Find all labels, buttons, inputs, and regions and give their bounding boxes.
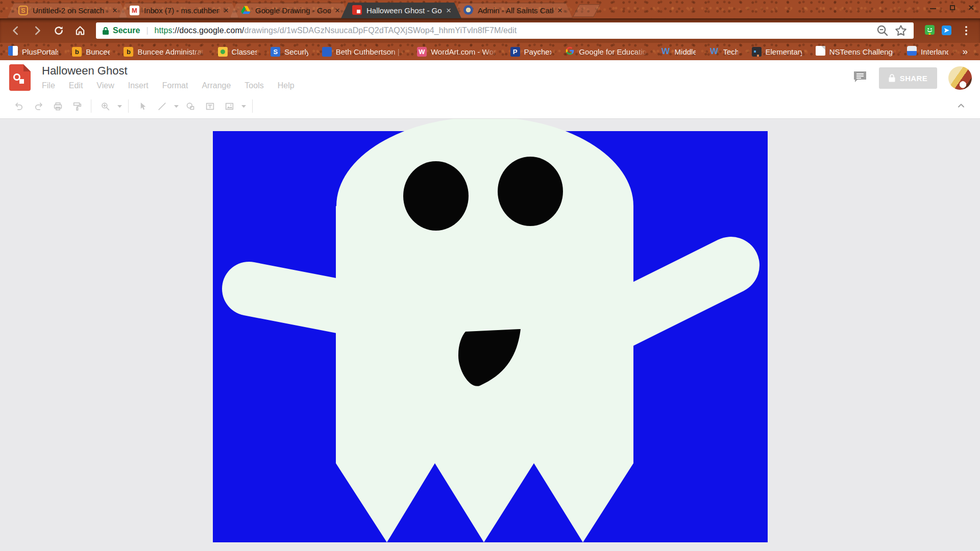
share-button[interactable]: SHARE: [879, 67, 937, 89]
select-icon[interactable]: [134, 97, 151, 115]
browser-tab[interactable]: MInbox (7) - ms.cuthberts×: [118, 3, 239, 18]
bookmark-item[interactable]: WWordArt.com - Word: [417, 47, 497, 57]
close-tab-icon[interactable]: ×: [446, 6, 451, 15]
bookmark-item[interactable]: Elementary: [752, 47, 802, 57]
omnibox-divider: |: [146, 26, 148, 35]
bookmarks-overflow-chevron[interactable]: »: [962, 46, 972, 57]
menu-help[interactable]: Help: [278, 81, 295, 90]
bookmark-label: Middle: [675, 47, 696, 56]
bookmark-item[interactable]: WTech: [709, 47, 738, 57]
bookmark-item[interactable]: NSTeens Challenge: [816, 46, 893, 57]
bookmark-star-icon[interactable]: [894, 24, 908, 37]
share-lock-icon: [889, 74, 895, 82]
close-tab-icon[interactable]: ×: [112, 6, 117, 15]
header-right: SHARE: [852, 66, 972, 90]
bookmark-item[interactable]: bBuncee: [72, 47, 110, 57]
menu-format[interactable]: Format: [162, 81, 188, 90]
tab-title: Admin - All Saints Catho: [478, 6, 553, 15]
drawing-workspace[interactable]: [0, 119, 980, 551]
undo-icon[interactable]: [10, 97, 28, 115]
drawings-icon: [352, 5, 362, 16]
browser-menu-icon[interactable]: [960, 24, 973, 37]
ghost-head-shape[interactable]: [336, 119, 633, 295]
bookmark-label: Beth Cuthbertson | C: [336, 47, 403, 56]
bookmark-item[interactable]: Beth Cuthbertson | C: [322, 47, 403, 57]
caret-down-icon[interactable]: [116, 97, 123, 115]
line-icon[interactable]: [153, 97, 170, 115]
toolbar-separator: [128, 99, 129, 113]
comment-icon[interactable]: [852, 70, 868, 86]
window-controls: ×: [929, 4, 974, 11]
url-text[interactable]: https://docs.google.com/drawings/d/1wSDA…: [155, 26, 871, 35]
bookmark-label: NSTeens Challenge: [829, 47, 893, 56]
paychex-icon: P: [510, 47, 520, 57]
browser-tab[interactable]: Admin - All Saints Catho×: [452, 3, 573, 18]
text-box-icon[interactable]: [201, 97, 218, 115]
menu-tools[interactable]: Tools: [244, 81, 263, 90]
zoom-level-icon[interactable]: [876, 24, 889, 37]
bookmark-item[interactable]: Interland: [907, 46, 948, 57]
bookmark-item[interactable]: PlusPortals: [8, 46, 58, 57]
print-icon[interactable]: [49, 97, 66, 115]
reload-button[interactable]: [50, 22, 67, 39]
close-tab-icon[interactable]: ×: [335, 6, 340, 15]
bookmark-item[interactable]: bBuncee Administrato: [124, 47, 204, 57]
drawing-canvas[interactable]: [0, 119, 980, 551]
zoom-icon[interactable]: [96, 97, 114, 115]
forward-button[interactable]: [29, 22, 46, 39]
bookmark-label: Paychex: [524, 47, 552, 56]
image-icon[interactable]: [220, 97, 238, 115]
window-close-icon[interactable]: ×: [968, 5, 974, 11]
menu-file[interactable]: File: [42, 81, 55, 90]
shape-icon[interactable]: [182, 97, 199, 115]
gmail-icon: M: [130, 6, 139, 15]
bookmarks-bar: PlusPortalsbBunceebBuncee AdministratoCl…: [0, 43, 980, 60]
bookmark-item[interactable]: WMiddle: [661, 47, 696, 57]
tab-title: Halloween Ghost - Googl: [366, 6, 442, 15]
account-avatar[interactable]: [948, 66, 972, 90]
bitmoji-extension-icon[interactable]: [925, 25, 935, 37]
menu-edit[interactable]: Edit: [69, 81, 83, 90]
ghost-right-eye-shape[interactable]: [498, 157, 563, 226]
close-tab-icon[interactable]: ×: [224, 6, 229, 15]
title-block: Halloween Ghost FileEditViewInsertFormat…: [42, 60, 295, 94]
window-restore-icon[interactable]: [949, 4, 956, 11]
home-button[interactable]: [71, 22, 89, 39]
new-tab-button[interactable]: [572, 4, 601, 17]
bookmark-item[interactable]: SSecurly: [271, 47, 308, 57]
bookmark-item[interactable]: PPaychex: [510, 47, 552, 57]
tab-title: Google Drawing - Google: [255, 6, 331, 15]
browser-tab[interactable]: SUntitled-2 on Scratch×: [7, 3, 128, 18]
securly-icon: S: [271, 47, 280, 57]
collapse-menus-chevron[interactable]: [957, 101, 966, 112]
window-minimize-icon[interactable]: [929, 4, 937, 11]
caret-down-icon[interactable]: [173, 97, 180, 115]
bookmark-label: Securly: [284, 47, 308, 56]
share-label: SHARE: [900, 74, 928, 83]
bookmark-item[interactable]: Classes: [218, 47, 257, 57]
secure-chip[interactable]: Secure: [102, 26, 140, 35]
tab-strip: SUntitled-2 on Scratch×MInbox (7) - ms.c…: [0, 0, 980, 18]
menu-view[interactable]: View: [96, 81, 114, 90]
toolbar-separator: [252, 99, 253, 113]
ghost-left-eye-shape[interactable]: [403, 161, 469, 231]
bookmark-label: Classes: [232, 47, 257, 56]
bookmark-label: Buncee: [86, 47, 110, 56]
google-drawings-logo-icon[interactable]: [9, 64, 31, 91]
bookmark-item[interactable]: Google for Education: [565, 46, 647, 57]
browser-tab[interactable]: Halloween Ghost - Googl×: [341, 3, 461, 18]
caret-down-icon[interactable]: [240, 97, 247, 115]
address-bar[interactable]: Secure | https://docs.google.com/drawing…: [96, 22, 914, 39]
back-button[interactable]: [7, 22, 24, 39]
menu-insert[interactable]: Insert: [128, 81, 149, 90]
redo-icon[interactable]: [30, 97, 47, 115]
close-tab-icon[interactable]: ×: [557, 6, 562, 15]
classes-icon: [218, 47, 228, 57]
send-extension-icon[interactable]: [942, 26, 951, 36]
paint-format-icon[interactable]: [68, 97, 86, 115]
menu-arrange[interactable]: Arrange: [202, 81, 231, 90]
browser-tab[interactable]: Google Drawing - Google×: [230, 3, 350, 18]
bookmark-label: Google for Education: [579, 47, 647, 56]
document-title[interactable]: Halloween Ghost: [42, 64, 295, 78]
weebly-icon: W: [661, 47, 671, 57]
